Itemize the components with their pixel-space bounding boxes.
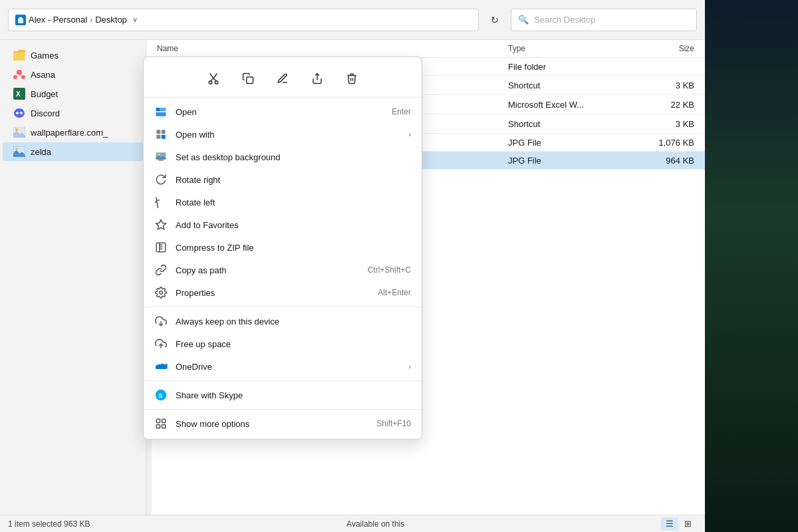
skype-icon: S xyxy=(154,388,168,402)
svg-rect-28 xyxy=(156,130,160,134)
free-up-space-label: Free up space xyxy=(176,339,411,349)
rename-button[interactable] xyxy=(271,66,295,90)
context-menu-free-up-space[interactable]: Free up space xyxy=(144,332,422,355)
zip-icon xyxy=(154,241,168,254)
context-menu-properties[interactable]: Properties Alt+Enter xyxy=(144,281,422,304)
sidebar-label-games: Games xyxy=(31,51,59,61)
always-keep-label: Always keep on this device xyxy=(176,317,411,327)
breadcrumb-sep-1: › xyxy=(90,15,92,25)
sidebar-item-asana[interactable]: Asana xyxy=(3,65,143,84)
header-size: Size xyxy=(628,44,694,53)
copy-path-shortcut: Ctrl+Shift+C xyxy=(368,265,411,275)
show-more-shortcut: Shift+F10 xyxy=(376,419,411,428)
copy-path-label: Copy as path xyxy=(176,265,360,275)
svg-point-34 xyxy=(158,154,160,156)
address-bar: Alex - Personal › Desktop ∨ ↻ 🔍 Search D… xyxy=(0,0,705,40)
svg-rect-23 xyxy=(247,77,253,84)
sidebar-item-wallpaper[interactable]: wallpaperflare.com_ xyxy=(3,123,143,142)
header-type: Type xyxy=(508,44,628,53)
file-size-2: 22 KB xyxy=(628,100,694,110)
context-menu-share-skype[interactable]: S Share with Skype xyxy=(144,384,422,406)
cloud-upload-icon xyxy=(154,337,168,350)
view-buttons: ☰ ⊞ xyxy=(661,517,697,531)
svg-point-8 xyxy=(20,112,23,114)
delete-button[interactable] xyxy=(340,66,364,90)
svg-marker-35 xyxy=(156,220,166,229)
context-menu-onedrive[interactable]: OneDrive › xyxy=(144,355,422,378)
svg-rect-26 xyxy=(156,112,166,116)
breadcrumb-home-icon xyxy=(15,15,26,25)
file-type-2: Microsoft Excel W... xyxy=(508,100,628,110)
excel-icon: X xyxy=(13,88,25,100)
context-menu-copy-path[interactable]: Copy as path Ctrl+Shift+C xyxy=(144,259,422,281)
sidebar-item-budget[interactable]: X Budget xyxy=(3,84,143,103)
share-skype-label: Share with Skype xyxy=(176,390,411,400)
sidebar-label-wallpaper: wallpaperflare.com_ xyxy=(31,128,108,138)
file-type-0: File folder xyxy=(508,62,628,72)
svg-rect-31 xyxy=(162,135,166,139)
context-menu-open[interactable]: Open Enter xyxy=(144,100,422,123)
onedrive-icon xyxy=(154,360,168,373)
divider-2 xyxy=(144,380,422,381)
context-menu-rotate-left[interactable]: Rotate left xyxy=(144,191,422,213)
file-type-1: Shortcut xyxy=(508,80,628,90)
properties-icon xyxy=(154,286,168,299)
file-size-5: 964 KB xyxy=(628,156,694,166)
context-menu-compress-zip[interactable]: Compress to ZIP file xyxy=(144,236,422,259)
svg-point-6 xyxy=(14,108,25,118)
copy-button[interactable] xyxy=(236,66,260,90)
header-name: Name xyxy=(157,44,508,53)
file-type-4: JPG File xyxy=(508,138,628,148)
open-label: Open xyxy=(176,107,384,117)
rotate-right-icon xyxy=(154,173,168,186)
sidebar-item-discord[interactable]: Discord xyxy=(3,104,143,122)
svg-rect-47 xyxy=(162,419,166,422)
view-grid-button[interactable]: ⊞ xyxy=(680,517,697,531)
image-icon-wallpaper xyxy=(13,126,25,138)
search-bar[interactable]: 🔍 Search Desktop xyxy=(511,9,697,31)
svg-point-21 xyxy=(209,81,212,84)
file-size-3: 3 KB xyxy=(628,119,694,129)
desktop-bg-icon xyxy=(154,150,168,164)
sidebar: Games Asana X xyxy=(0,40,146,515)
onedrive-label: OneDrive xyxy=(176,362,400,372)
search-placeholder: Search Desktop xyxy=(534,15,596,25)
breadcrumb-personal[interactable]: Alex - Personal xyxy=(29,15,87,25)
image-icon-zelda xyxy=(13,146,25,158)
context-menu-open-with[interactable]: Open with › xyxy=(144,123,422,146)
context-menu-add-favorites[interactable]: Add to Favorites xyxy=(144,213,422,236)
context-icon-row xyxy=(144,61,422,98)
svg-point-22 xyxy=(215,81,218,84)
open-with-icon xyxy=(154,128,168,141)
view-list-button[interactable]: ☰ xyxy=(661,517,678,531)
cut-button[interactable] xyxy=(201,66,225,90)
status-available: Available on this xyxy=(346,519,404,529)
svg-rect-49 xyxy=(162,425,166,428)
rotate-left-icon xyxy=(154,196,168,209)
copy-path-icon xyxy=(154,263,168,277)
file-type-5: JPG File xyxy=(508,156,628,166)
context-menu-desktop-bg[interactable]: Set as desktop background xyxy=(144,146,422,168)
svg-point-10 xyxy=(15,128,18,131)
breadcrumb-chevron[interactable]: ∨ xyxy=(132,15,138,24)
sidebar-item-zelda[interactable]: zelda xyxy=(3,142,143,161)
asana-icon xyxy=(13,68,25,80)
breadcrumb[interactable]: Alex - Personal › Desktop ∨ xyxy=(8,9,479,31)
share-button[interactable] xyxy=(305,66,329,90)
svg-point-1 xyxy=(17,70,22,75)
file-size-1: 3 KB xyxy=(628,80,694,90)
context-menu-show-more[interactable]: Show more options Shift+F10 xyxy=(144,412,422,435)
open-with-chevron: › xyxy=(408,130,411,138)
svg-point-7 xyxy=(16,112,19,114)
sidebar-item-games[interactable]: Games xyxy=(3,46,143,65)
compress-zip-label: Compress to ZIP file xyxy=(176,243,411,253)
breadcrumb-desktop[interactable]: Desktop xyxy=(95,15,127,25)
divider-3 xyxy=(144,409,422,410)
refresh-button[interactable]: ↻ xyxy=(484,9,505,31)
context-menu-always-keep[interactable]: Always keep on this device xyxy=(144,310,422,332)
folder-icon-games xyxy=(13,49,25,61)
context-menu-rotate-right[interactable]: Rotate right xyxy=(144,168,422,191)
status-selected: 1 item selected 963 KB xyxy=(8,519,90,529)
show-more-label: Show more options xyxy=(176,419,368,429)
more-options-icon xyxy=(154,417,168,430)
